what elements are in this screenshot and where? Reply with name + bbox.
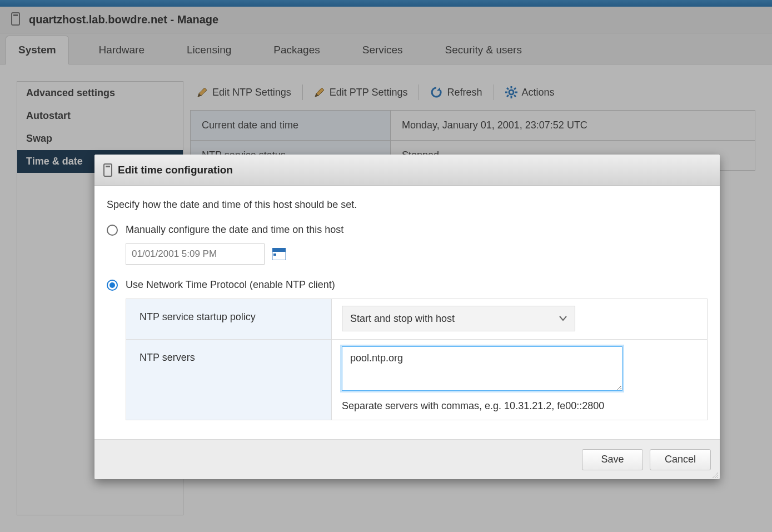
ntp-policy-value: Start and stop with host [350, 313, 455, 325]
svg-line-18 [717, 477, 718, 478]
cancel-button[interactable]: Cancel [650, 449, 711, 470]
manual-date-input[interactable] [126, 243, 265, 265]
ntp-servers-label: NTP servers [126, 340, 332, 420]
resize-grip-icon[interactable] [711, 470, 719, 478]
dialog-body: Specify how the date and time of this ho… [94, 186, 720, 439]
radio-manual-label: Manually configure the date and time on … [126, 224, 343, 236]
dialog-header: Edit time configuration [94, 155, 720, 186]
save-button[interactable]: Save [582, 449, 643, 470]
ntp-config-box: NTP service startup policy Start and sto… [126, 299, 708, 420]
chevron-down-icon [559, 316, 567, 321]
svg-rect-15 [273, 253, 276, 256]
edit-time-configuration-dialog: Edit time configuration Specify how the … [94, 155, 720, 479]
ntp-policy-select[interactable]: Start and stop with host [342, 306, 575, 331]
radio-manual-row: Manually configure the date and time on … [107, 224, 708, 236]
calendar-icon[interactable] [272, 248, 286, 260]
manual-date-row [126, 243, 708, 265]
radio-ntp-label: Use Network Time Protocol (enable NTP cl… [126, 279, 335, 291]
dialog-footer: Save Cancel [94, 439, 720, 479]
svg-rect-14 [272, 248, 286, 252]
ntp-servers-input[interactable] [342, 346, 622, 391]
ntp-policy-label: NTP service startup policy [126, 299, 332, 339]
svg-rect-12 [106, 166, 110, 167]
radio-ntp[interactable] [107, 280, 118, 291]
radio-ntp-row: Use Network Time Protocol (enable NTP cl… [107, 279, 708, 291]
radio-manual[interactable] [107, 225, 118, 236]
ntp-servers-row: NTP servers Separate servers with commas… [126, 339, 707, 420]
dialog-description: Specify how the date and time of this ho… [107, 199, 708, 211]
ntp-servers-hint: Separate servers with commas, e.g. 10.31… [342, 400, 622, 412]
dialog-title: Edit time configuration [118, 164, 233, 176]
host-icon [103, 163, 112, 177]
ntp-policy-row: NTP service startup policy Start and sto… [126, 299, 707, 339]
